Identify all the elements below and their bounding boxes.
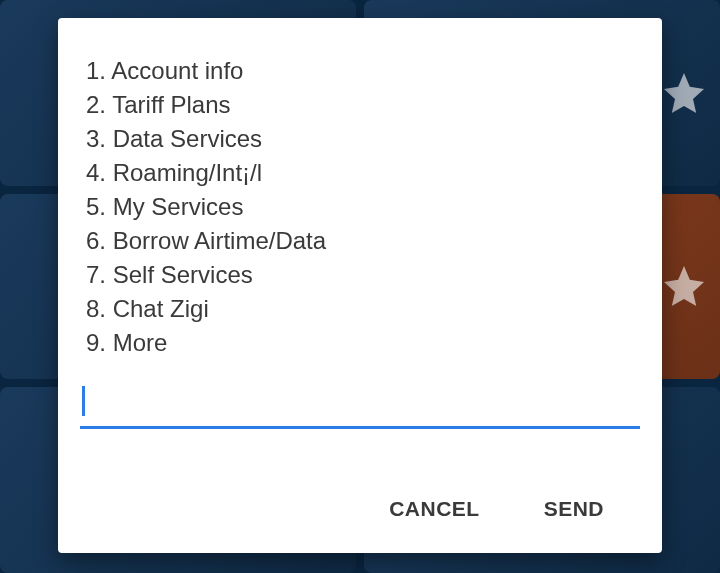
menu-number: 2. [86,91,106,118]
menu-number: 1. [86,57,106,84]
menu-item: 5. My Services [86,190,640,224]
cancel-button[interactable]: CANCEL [385,489,484,529]
menu-item: 4. Roaming/Int¡/l [86,156,640,190]
menu-item: 6. Borrow Airtime/Data [86,224,640,258]
ussd-menu-list: 1. Account info 2. Tariff Plans 3. Data … [80,54,640,360]
send-button[interactable]: SEND [540,489,608,529]
menu-label: My Services [113,193,244,220]
dialog-button-row: CANCEL SEND [80,481,640,535]
menu-number: 9. [86,329,106,356]
menu-number: 6. [86,227,106,254]
menu-label: Account info [111,57,243,84]
menu-number: 5. [86,193,106,220]
menu-label: Roaming/Int¡/l [113,159,262,186]
menu-label: Self Services [113,261,253,288]
menu-item: 9. More [86,326,640,360]
menu-number: 7. [86,261,106,288]
menu-label: Borrow Airtime/Data [113,227,326,254]
menu-item: 2. Tariff Plans [86,88,640,122]
menu-label: Tariff Plans [112,91,230,118]
input-row [80,384,640,429]
star-icon [660,69,708,117]
menu-item: 7. Self Services [86,258,640,292]
ussd-input[interactable] [80,384,640,429]
menu-label: Chat Zigi [113,295,209,322]
menu-label: Data Services [113,125,262,152]
menu-item: 3. Data Services [86,122,640,156]
menu-number: 8. [86,295,106,322]
text-cursor [82,386,85,416]
menu-item: 8. Chat Zigi [86,292,640,326]
ussd-dialog: 1. Account info 2. Tariff Plans 3. Data … [58,18,662,553]
menu-item: 1. Account info [86,54,640,88]
menu-label: More [113,329,168,356]
menu-number: 3. [86,125,106,152]
star-icon [660,262,708,310]
menu-number: 4. [86,159,106,186]
